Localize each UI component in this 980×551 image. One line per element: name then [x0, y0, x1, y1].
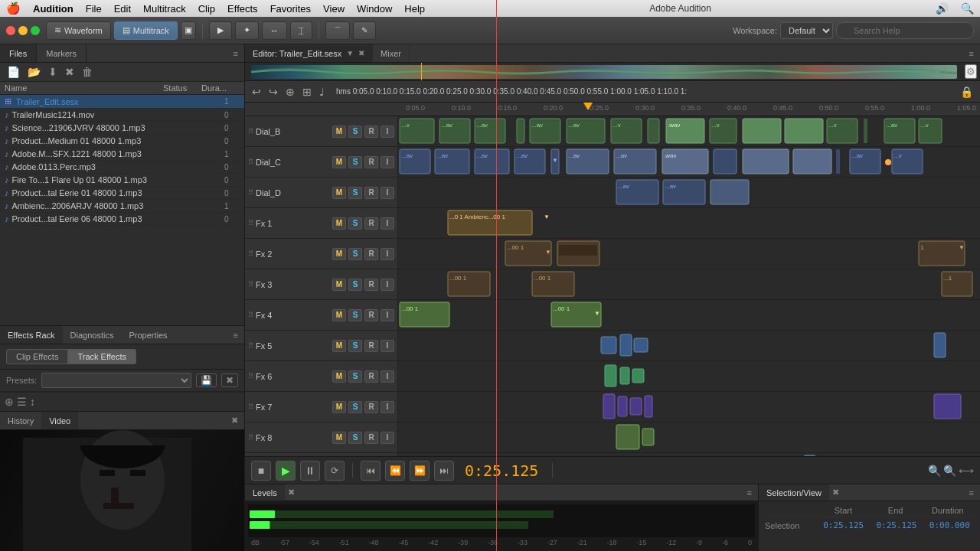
skip-end-btn[interactable]: ⏭ [434, 461, 454, 481]
track-solo-btn[interactable]: S [348, 279, 362, 291]
track-solo-btn[interactable]: S [348, 248, 362, 260]
workspace-select[interactable]: Default [780, 22, 833, 39]
track-grip-icon[interactable]: ⠿ [248, 219, 253, 227]
track-grip-icon[interactable]: ⠿ [248, 280, 253, 289]
track-grip-icon[interactable]: ⠿ [248, 311, 253, 319]
pause-btn[interactable]: ⏸ [300, 461, 320, 481]
timeline-grid-btn[interactable]: ⊞ [300, 86, 314, 98]
list-item[interactable]: ♪ Product...tal Eerie 06 48000 1.mp3 0 [0, 213, 244, 226]
loop-btn[interactable]: ⟳ [325, 461, 345, 481]
track-solo-btn[interactable]: S [348, 309, 362, 321]
track-mute-btn[interactable]: M [332, 156, 346, 168]
track-solo-btn[interactable]: S [348, 187, 362, 199]
menu-edit[interactable]: Edit [114, 3, 131, 15]
list-item[interactable]: ♪ Ambienc...2006ARJV 48000 1.mp3 1 [0, 200, 244, 213]
track-record-btn[interactable]: R [364, 187, 378, 199]
timeline-sync-btn[interactable]: ⊕ [283, 86, 297, 98]
menu-file[interactable]: File [86, 3, 102, 15]
close-window-btn[interactable] [6, 26, 15, 35]
list-item[interactable]: ⊞ Trailer_Edit.sesx 1 [0, 95, 244, 109]
track-input-btn[interactable]: I [381, 432, 394, 444]
track-input-btn[interactable]: I [381, 279, 394, 291]
track-input-btn[interactable]: I [381, 156, 394, 168]
track-record-btn[interactable]: R [364, 248, 378, 260]
effects-move-btn[interactable]: ↕ [30, 396, 35, 408]
track-content-fx6[interactable] [398, 361, 980, 391]
effects-list-btn[interactable]: ☰ [17, 396, 27, 408]
track-mute-btn[interactable]: M [332, 248, 346, 260]
stop-btn[interactable]: ■ [251, 461, 271, 481]
multitrack-view-button[interactable]: ▤ Multitrack [114, 21, 178, 40]
track-content-dial-c[interactable]: ...av ...av ...av ...av ▼ ...av ...av [398, 147, 980, 177]
sv-selection-end[interactable]: 0:25.125 [872, 520, 920, 530]
track-content-dial-b[interactable]: ...v ...av ...av ...av ...av ...v [398, 116, 980, 146]
track-solo-btn[interactable]: S [348, 432, 362, 444]
presets-select[interactable] [41, 373, 191, 388]
tab-levels[interactable]: Levels [245, 484, 285, 500]
track-grip-icon[interactable]: ⠿ [248, 158, 253, 166]
track-content-fx2[interactable]: ...00 1 ▼ ▼ 1 ▼ [398, 239, 980, 269]
track-input-btn[interactable]: I [381, 126, 394, 138]
track-input-btn[interactable]: I [381, 401, 394, 413]
track-content-fx4[interactable]: ...00 1 ...00 1 ▼ [398, 300, 980, 330]
editor-panel-menu[interactable]: ≡ [963, 49, 980, 58]
apple-menu-icon[interactable]: 🍎 [6, 2, 21, 15]
tab-selection-view[interactable]: Selection/View [759, 484, 829, 500]
close-file-btn[interactable]: ✖ [63, 65, 77, 79]
fast-forward-btn[interactable]: ⏩ [410, 461, 430, 481]
list-item[interactable]: ♪ Fire To...1 Flare Up 01 48000 1.mp3 0 [0, 174, 244, 187]
track-record-btn[interactable]: R [364, 279, 378, 291]
track-grip-icon[interactable]: ⠿ [248, 433, 253, 442]
effects-rack-panel-menu[interactable]: ≡ [227, 331, 244, 340]
timeline-lock-btn[interactable]: 🔒 [958, 86, 975, 98]
presets-delete-btn[interactable]: ✖ [221, 373, 238, 387]
track-mute-btn[interactable]: M [332, 309, 346, 321]
sv-close-btn[interactable]: ✖ [832, 487, 839, 497]
tab-video[interactable]: Video [41, 412, 78, 429]
skip-start-btn[interactable]: ⏮ [361, 461, 381, 481]
track-content-fx5[interactable] [398, 331, 980, 360]
list-item[interactable]: ♪ Adobe.0113.Perc.mp3 0 [0, 161, 244, 174]
track-mute-btn[interactable]: M [332, 340, 346, 352]
tab-properties[interactable]: Properties [121, 326, 175, 344]
track-record-btn[interactable]: R [364, 217, 378, 230]
sv-selection-start[interactable]: 0:25.125 [819, 520, 867, 530]
list-item[interactable]: ♪ Product...Medium 01 48000 1.mp3 0 [0, 135, 244, 148]
time-selection-button[interactable]: ⌶ [290, 21, 312, 40]
track-mute-btn[interactable]: M [332, 187, 346, 199]
menu-help[interactable]: Help [404, 3, 425, 15]
overview-settings-btn[interactable]: ⚙ [965, 64, 977, 79]
editor-tab-close[interactable]: ▼ [346, 49, 354, 57]
menu-view[interactable]: View [323, 3, 345, 15]
list-item[interactable]: ♪ Product...tal Eerie 01 48000 1.mp3 0 [0, 187, 244, 200]
track-mute-btn[interactable]: M [332, 217, 346, 230]
track-mute-btn[interactable]: M [332, 370, 346, 383]
track-grip-icon[interactable]: ⠿ [248, 249, 253, 258]
menu-effects[interactable]: Effects [227, 3, 258, 15]
overview-waveform[interactable] [251, 65, 957, 79]
pencil-tool-button[interactable]: ✎ [353, 21, 376, 40]
track-effects-tab[interactable]: Track Effects [68, 349, 136, 364]
levels-menu-btn[interactable]: ≡ [741, 488, 758, 497]
play-btn[interactable]: ▶ [276, 461, 296, 481]
track-solo-btn[interactable]: S [348, 126, 362, 138]
files-panel-close[interactable]: ≡ [227, 49, 244, 58]
open-file-btn[interactable]: 📂 [25, 65, 43, 79]
list-item[interactable]: ♪ TrailerMusic1214.mov 0 [0, 109, 244, 122]
track-input-btn[interactable]: I [381, 187, 394, 199]
menu-multitrack[interactable]: Multitrack [143, 3, 186, 15]
razor-tool-button[interactable]: ✦ [235, 21, 259, 40]
menu-window[interactable]: Window [357, 3, 392, 15]
track-grip-icon[interactable]: ⠿ [248, 127, 253, 135]
track-record-btn[interactable]: R [364, 309, 378, 321]
track-content-fx8[interactable] [398, 422, 980, 452]
track-mute-btn[interactable]: M [332, 401, 346, 413]
import-btn[interactable]: ⬇ [46, 65, 60, 79]
tab-files[interactable]: Files [0, 44, 37, 62]
track-content-dial-d[interactable]: ...av ...av [398, 178, 980, 207]
track-input-btn[interactable]: I [381, 248, 394, 260]
spectral-view-button[interactable]: ▣ [181, 21, 196, 40]
menu-favorites[interactable]: Favorites [270, 3, 311, 15]
track-input-btn[interactable]: I [381, 309, 394, 321]
timeline-forward-btn[interactable]: ↪ [266, 86, 280, 98]
